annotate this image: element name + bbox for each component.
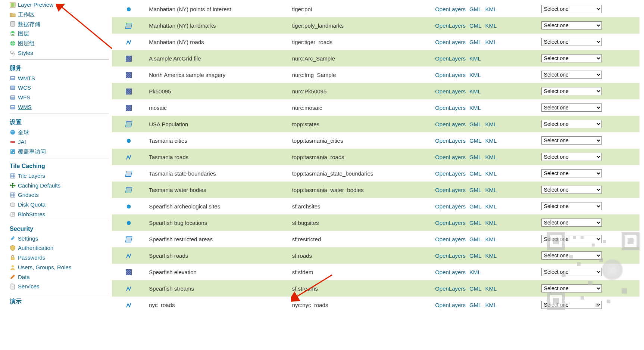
format-select[interactable]: Select one — [541, 21, 602, 30]
format-link-gml[interactable]: GML — [469, 203, 482, 210]
sidebar-item-label[interactable]: Tile Layers — [18, 172, 45, 180]
format-link-kml[interactable]: KML — [469, 55, 481, 62]
sidebar-item-label[interactable]: Settings — [18, 235, 38, 243]
sidebar-item[interactable]: Users, Groups, Roles — [10, 263, 109, 272]
sidebar-item[interactable]: Settings — [10, 234, 109, 244]
sidebar-item[interactable]: Services — [10, 282, 109, 291]
sidebar-item-label[interactable]: Caching Defaults — [18, 182, 60, 190]
format-link-ol[interactable]: OpenLayers — [435, 170, 466, 177]
format-select[interactable]: Select one — [541, 136, 602, 145]
format-link-kml[interactable]: KML — [485, 203, 497, 210]
format-link-gml[interactable]: GML — [469, 154, 482, 160]
sidebar-item[interactable]: 数据存储 — [10, 19, 109, 29]
format-link-ol[interactable]: OpenLayers — [435, 253, 466, 259]
sidebar-item[interactable]: WCS — [10, 83, 109, 93]
sidebar-item[interactable]: Tile Layers — [10, 171, 109, 181]
sidebar-item-label[interactable]: Gridsets — [18, 191, 39, 199]
format-link-ol[interactable]: OpenLayers — [435, 121, 466, 127]
sidebar-item-label[interactable]: Services — [18, 282, 40, 291]
format-link-gml[interactable]: GML — [469, 220, 482, 226]
format-select[interactable]: Select one — [541, 268, 602, 276]
sidebar-item[interactable]: Caching Defaults — [10, 181, 109, 191]
format-link-ol[interactable]: OpenLayers — [435, 187, 466, 193]
format-link-gml[interactable]: GML — [469, 187, 482, 193]
format-link-ol[interactable]: OpenLayers — [435, 154, 466, 160]
format-link-kml[interactable]: KML — [485, 187, 497, 193]
format-link-kml[interactable]: KML — [469, 105, 481, 111]
sidebar-item[interactable]: 图层 — [10, 29, 109, 38]
format-link-gml[interactable]: GML — [469, 236, 482, 242]
sidebar-item-label[interactable]: WMTS — [18, 74, 35, 83]
sidebar-item[interactable]: JAI — [10, 137, 109, 147]
format-link-gml[interactable]: GML — [469, 121, 482, 127]
format-link-kml[interactable]: KML — [469, 72, 481, 78]
format-link-gml[interactable]: GML — [469, 22, 482, 29]
sidebar-item-label[interactable]: Users, Groups, Roles — [18, 263, 71, 272]
sidebar-item-label[interactable]: Disk Quota — [18, 201, 46, 209]
format-link-ol[interactable]: OpenLayers — [435, 72, 466, 78]
sidebar-item[interactable]: 图层组 — [10, 38, 109, 48]
sidebar-item[interactable]: 工作区 — [10, 10, 109, 19]
format-link-gml[interactable]: GML — [469, 6, 482, 12]
sidebar-item[interactable]: Layer Preview — [10, 0, 109, 10]
format-link-ol[interactable]: OpenLayers — [435, 203, 466, 210]
format-select[interactable]: Select one — [541, 186, 602, 194]
sidebar-item[interactable]: 全球 — [10, 128, 109, 137]
sidebar-item[interactable]: Passwords — [10, 253, 109, 263]
sidebar-item[interactable]: BlobStores — [10, 210, 109, 219]
format-link-kml[interactable]: KML — [485, 253, 497, 259]
format-select[interactable]: Select one — [541, 38, 602, 46]
format-select[interactable]: Select one — [541, 71, 602, 79]
format-link-kml[interactable]: KML — [485, 39, 497, 45]
sidebar-item-label[interactable]: 图层 — [18, 30, 29, 38]
sidebar-item[interactable]: Styles — [10, 48, 109, 58]
format-link-kml[interactable]: KML — [485, 22, 497, 29]
format-select[interactable]: Select one — [541, 153, 602, 161]
format-link-kml[interactable]: KML — [485, 285, 497, 292]
format-link-kml[interactable]: KML — [485, 137, 497, 144]
format-select[interactable]: Select one — [541, 251, 602, 260]
format-link-gml[interactable]: GML — [469, 285, 482, 292]
format-select[interactable]: Select one — [541, 235, 602, 243]
sidebar-item-label[interactable]: WFS — [18, 93, 30, 102]
format-link-gml[interactable]: GML — [469, 137, 482, 144]
format-select[interactable]: Select one — [541, 219, 602, 227]
sidebar-item-label[interactable]: WCS — [18, 84, 31, 92]
format-link-kml[interactable]: KML — [485, 220, 497, 226]
sidebar-item[interactable]: 覆盖率访问 — [10, 147, 109, 157]
format-select[interactable]: Select one — [541, 87, 602, 95]
format-link-gml[interactable]: GML — [469, 253, 482, 259]
format-link-ol[interactable]: OpenLayers — [435, 39, 466, 45]
format-link-ol[interactable]: OpenLayers — [435, 302, 466, 308]
format-link-kml[interactable]: KML — [469, 269, 481, 275]
format-link-ol[interactable]: OpenLayers — [435, 88, 466, 95]
format-link-gml[interactable]: GML — [469, 39, 482, 45]
format-link-gml[interactable]: GML — [469, 302, 482, 308]
sidebar-item-label[interactable]: 工作区 — [18, 10, 35, 19]
format-link-ol[interactable]: OpenLayers — [435, 55, 466, 62]
sidebar-item[interactable]: WMS — [10, 102, 109, 112]
sidebar-item-label[interactable]: Data — [18, 273, 30, 281]
sidebar-item-label[interactable]: JAI — [18, 138, 26, 146]
format-select[interactable]: Select one — [541, 5, 602, 13]
format-link-kml[interactable]: KML — [485, 6, 497, 12]
format-select[interactable]: Select one — [541, 103, 602, 112]
sidebar-item[interactable]: Data — [10, 272, 109, 282]
format-link-ol[interactable]: OpenLayers — [435, 137, 466, 144]
format-link-ol[interactable]: OpenLayers — [435, 220, 466, 226]
format-link-kml[interactable]: KML — [485, 236, 497, 242]
sidebar-item-label[interactable]: Styles — [18, 49, 33, 57]
format-link-ol[interactable]: OpenLayers — [435, 285, 466, 292]
sidebar-item[interactable]: Authentication — [10, 243, 109, 253]
format-link-kml[interactable]: KML — [485, 121, 497, 127]
format-select[interactable]: Select one — [541, 202, 602, 210]
format-link-ol[interactable]: OpenLayers — [435, 22, 466, 29]
format-link-kml[interactable]: KML — [485, 302, 497, 308]
format-link-kml[interactable]: KML — [485, 170, 497, 177]
sidebar-item-label[interactable]: Layer Preview — [18, 1, 53, 9]
sidebar-item[interactable]: Disk Quota — [10, 200, 109, 210]
sidebar-item[interactable]: WMTS — [10, 74, 109, 83]
format-link-kml[interactable]: KML — [469, 88, 481, 95]
format-link-kml[interactable]: KML — [485, 154, 497, 160]
sidebar-item-label[interactable]: Authentication — [18, 244, 53, 252]
